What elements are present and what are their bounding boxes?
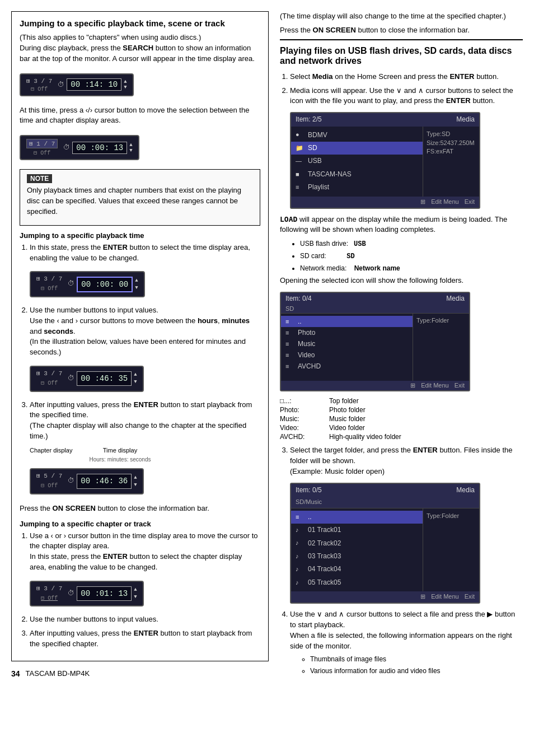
subsection2-title: Jumping to a specific chapter or track xyxy=(20,520,260,528)
step4-bullet-2: Various information for audio and video … xyxy=(310,666,523,676)
media-item: ● BDMV xyxy=(291,129,423,142)
media-item: ≡ Playlist xyxy=(291,181,423,194)
breadcrumb-1: SD xyxy=(281,304,469,314)
section-title-2: Playing files on USB flash drives, SD ca… xyxy=(280,39,523,66)
display-6: ⊞ 3 / 7 ⊟ Off ⏱ 00 :01: 13 ▲▼ xyxy=(30,576,260,611)
media-list-1: ● BDMV 📁 SD — USB xyxy=(291,127,423,197)
media-item: ♪ 04 Track04 xyxy=(291,563,423,576)
media-item-selected: 📁 SD xyxy=(291,142,423,155)
step2-item2: Use the number buttons to input values. xyxy=(30,614,260,625)
steps-list-2: Use a ‹ or › cursor button in the time d… xyxy=(20,531,260,650)
section-title-1: Jumping to a specific playback time, sce… xyxy=(20,18,260,28)
right-column: (The time display will also change to th… xyxy=(280,11,523,680)
load-items-list: USB flash drive: USB SD card: SD Network… xyxy=(289,239,523,273)
close-note-a: (The time display will also change to th… xyxy=(280,11,523,22)
media-sidebar-3: Type:Folder xyxy=(423,508,479,591)
page-footer: 34 TASCAM BD-MP4K xyxy=(11,669,269,678)
media-item: ♪ 05 Track05 xyxy=(291,576,423,589)
step4-bullet-1: Thumbnails of image files xyxy=(310,654,523,664)
media-item: ♪ 01 Track01 xyxy=(291,524,423,536)
display-1: ⊞ 3 / 7 ⊟ Off ⏱ 00 :14: 10 ▲▼ xyxy=(20,69,260,101)
load-item-usb: USB flash drive: USB xyxy=(300,239,523,249)
right-steps-list-cont: Select the target folder, and press the … xyxy=(280,445,523,676)
display-2: ⊞ 1 / 7 ⊟ Off ⏱ 00 :00: 13 ▲▼ xyxy=(20,130,260,165)
media-item: ≡ Video xyxy=(281,349,413,361)
steps-list-1: In this state, press the ENTER button to… xyxy=(20,242,260,499)
load-item-network: Network media: Network name xyxy=(300,263,523,273)
display-4: ⊞ 3 / 7 ⊟ Off ⏱ 00 :46: 35 ▲▼ xyxy=(30,361,260,396)
media-footer-2: ⊞ Edit Menu Exit xyxy=(281,381,469,390)
media-footer-3: ⊞ Edit Menu Exit xyxy=(291,591,479,603)
subsection1-title: Jumping to a specific playback time xyxy=(20,231,260,240)
breadcrumb-2: SD/Music xyxy=(291,497,479,508)
media-item: ≡ AVCHD xyxy=(281,361,413,372)
media-sidebar-1: Type:SD Size:52437.250M FS:exFAT xyxy=(423,127,479,197)
close-text-1: Press the ON SCREEN button to close the … xyxy=(20,503,260,514)
brand-name: TASCAM BD-MP4K xyxy=(26,669,90,678)
intro-para-1: (This also applies to "chapters" when us… xyxy=(20,32,260,64)
close-note-b: Press the ON SCREEN button to close the … xyxy=(280,25,523,36)
nav-text: At this time, press a ‹/› cursor button … xyxy=(20,105,260,127)
media-item: — USB xyxy=(291,155,423,167)
step2-item3: After inputting values, press the ENTER … xyxy=(30,628,260,650)
media-item: ≡ Photo xyxy=(281,327,413,338)
media-item: ≡ .. xyxy=(291,511,423,524)
media-item: ♪ 02 Track02 xyxy=(291,537,423,550)
media-item: ≡ .. xyxy=(281,316,413,327)
step1-item3: After inputting values, press the ENTER … xyxy=(30,400,260,499)
right-step1: Select Media on the Home Screen and pres… xyxy=(290,72,523,82)
media-list-2: ≡ .. ≡ Photo ≡ Music ≡ Video xyxy=(281,314,413,381)
folder-info: □...:Top folder Photo:Photo folder Music… xyxy=(280,397,523,441)
step4-bullet-list: Thumbnails of image files Various inform… xyxy=(299,654,523,676)
media-item: ≡ Music xyxy=(281,338,413,349)
media-item: ■ TASCAM-NAS xyxy=(291,168,423,181)
media-item: ♪ 03 Track03 xyxy=(291,550,423,563)
load-text: LOAD will appear on the display while th… xyxy=(280,214,523,236)
right-step4: Use the ∨ and ∧ cursor buttons to select… xyxy=(290,609,523,675)
media-footer-1: ⊞ Edit Menu Exit xyxy=(291,197,479,208)
media-screen-3: Item: 0/5 Media SD/Music ≡ .. xyxy=(290,483,480,604)
open-text: Opening the selected icon will show the … xyxy=(280,276,523,286)
right-step3: Select the target folder, and press the … xyxy=(290,445,523,604)
note-box: NOTE Only playback times and chapter num… xyxy=(20,169,260,226)
media-screen-1: Item: 2/5 Media ● BDMV 📁 SD xyxy=(290,112,480,208)
page-number: 34 xyxy=(11,669,20,678)
step1-item2: Use the number buttons to input values. … xyxy=(30,305,260,396)
media-list-3: ≡ .. ♪ 01 Track01 ♪ 02 Track02 xyxy=(291,508,423,591)
display-3: ⊞ 3 / 7 ⊟ Off ⏱ 00 :00: 00 ▲▼ xyxy=(30,267,260,301)
chapter-time-display: Chapter display Time display Hours: minu… xyxy=(30,446,260,499)
right-steps-list: Select Media on the Home Screen and pres… xyxy=(280,72,523,209)
step1-item1: In this state, press the ENTER button to… xyxy=(30,242,260,302)
right-step2: Media icons will appear. Use the ∨ and ∧… xyxy=(290,86,523,209)
left-section-box: Jumping to a specific playback time, sce… xyxy=(11,11,269,661)
media-sidebar-2: Type:Folder xyxy=(413,314,469,381)
load-item-sd: SD card: SD xyxy=(300,251,523,262)
media-screen-2: Item: 0/4 Media SD ≡ .. ≡ Photo xyxy=(280,292,470,391)
step2-item1: Use a ‹ or › cursor button in the time d… xyxy=(30,531,260,612)
left-column: Jumping to a specific playback time, sce… xyxy=(11,11,269,680)
